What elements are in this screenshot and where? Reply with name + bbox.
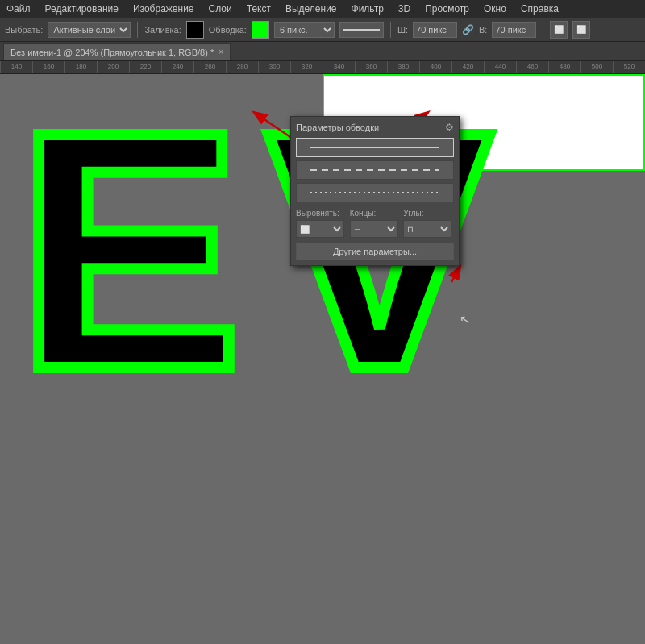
options-toolbar: Выбрать: Активные слои Заливка: Обводка:… <box>0 18 645 42</box>
stroke-color-swatch[interactable] <box>252 21 269 39</box>
ends-label: Концы: <box>350 209 386 218</box>
ruler-mark: 320 <box>290 61 322 73</box>
tab-close-btn[interactable]: × <box>218 48 223 56</box>
document-tab[interactable]: Без имени-1 @ 204% (Прямоугольник 1, RGB… <box>3 43 231 60</box>
menu-help[interactable]: Справка <box>518 2 562 16</box>
select-label: Выбрать: <box>5 25 43 35</box>
stroke-params-popup: Параметры обводки ⚙ Выровнять: ⬜ <box>290 116 460 266</box>
corners-group: Углы: ⊓ <box>403 209 454 238</box>
dotted-line-preview <box>310 192 439 193</box>
ruler: 140 160 180 200 220 240 260 280 300 320 … <box>0 61 645 74</box>
distribute-btn[interactable]: ⬜ <box>572 21 590 39</box>
menu-file[interactable]: Файл <box>3 2 34 16</box>
fill-label: Заливка: <box>144 25 181 35</box>
ruler-mark: 500 <box>580 61 613 73</box>
ruler-mark: 160 <box>32 61 64 73</box>
ruler-mark: 360 <box>355 61 387 73</box>
divider-3 <box>543 22 543 38</box>
stroke-dotted-option[interactable] <box>296 183 454 202</box>
app-window: Файл Редактирование Изображение Слои Тек… <box>0 0 645 644</box>
ruler-mark: 220 <box>129 61 161 73</box>
divider-2 <box>390 22 391 38</box>
layers-select[interactable]: Активные слои <box>48 22 131 38</box>
stroke-size-select[interactable]: 6 пикс. <box>274 22 335 38</box>
ruler-mark: 280 <box>226 61 258 73</box>
menu-view[interactable]: Просмотр <box>422 2 472 16</box>
stroke-solid-option[interactable] <box>296 138 454 157</box>
stroke-label: Обводка: <box>209 25 247 35</box>
ruler-mark: 260 <box>194 61 226 73</box>
stroke-options-row: Выровнять: ⬜ Концы: ⊣ Углы: ⊓ <box>296 209 454 238</box>
height-input[interactable] <box>492 22 536 38</box>
align-label: Выровнять: <box>296 209 339 218</box>
align-group: Выровнять: ⬜ <box>296 209 347 238</box>
other-params-btn[interactable]: Другие параметры... <box>296 243 454 260</box>
ruler-mark: 520 <box>613 61 645 73</box>
letter-e: E <box>16 98 242 403</box>
menu-text[interactable]: Текст <box>243 2 274 16</box>
popup-title: Параметры обводки <box>296 123 379 132</box>
solid-line-preview <box>310 147 439 148</box>
popup-gear-icon[interactable]: ⚙ <box>445 122 454 133</box>
ruler-mark: 400 <box>419 61 452 73</box>
corners-label: Углы: <box>403 209 439 218</box>
divider-1 <box>137 22 138 38</box>
fill-color-swatch[interactable] <box>186 21 204 39</box>
ruler-mark: 420 <box>452 61 484 73</box>
corners-select[interactable]: ⊓ <box>403 220 452 238</box>
menu-edit[interactable]: Редактирование <box>42 2 122 16</box>
menu-window[interactable]: Окно <box>481 2 510 16</box>
ruler-mark: 460 <box>516 61 548 73</box>
menu-filter[interactable]: Фильтр <box>348 2 387 16</box>
ends-select[interactable]: ⊣ <box>350 220 398 238</box>
align-select[interactable]: ⬜ <box>296 220 344 238</box>
menu-bar: Файл Редактирование Изображение Слои Тек… <box>0 0 645 18</box>
width-input[interactable] <box>413 22 457 38</box>
tab-bar: Без имени-1 @ 204% (Прямоугольник 1, RGB… <box>0 42 645 61</box>
tab-title: Без имени-1 @ 204% (Прямоугольник 1, RGB… <box>10 48 214 57</box>
ruler-mark: 200 <box>97 61 129 73</box>
menu-selection[interactable]: Выделение <box>282 2 340 16</box>
ruler-mark: 180 <box>64 61 97 73</box>
ruler-mark: 340 <box>322 61 355 73</box>
ruler-mark: 440 <box>484 61 516 73</box>
ruler-mark: 300 <box>258 61 290 73</box>
chain-icon: 🔗 <box>462 24 474 35</box>
ruler-marks: 140 160 180 200 220 240 260 280 300 320 … <box>0 61 645 73</box>
popup-header: Параметры обводки ⚙ <box>296 122 454 133</box>
menu-layers[interactable]: Слои <box>206 2 235 16</box>
ruler-mark: 480 <box>548 61 580 73</box>
menu-image[interactable]: Изображение <box>130 2 198 16</box>
stroke-dashed-option[interactable] <box>296 160 454 180</box>
menu-3d[interactable]: 3D <box>395 2 414 16</box>
stroke-style-preview[interactable] <box>339 22 384 38</box>
width-label: Ш: <box>397 25 408 35</box>
ruler-mark: 380 <box>387 61 419 73</box>
height-label: В: <box>479 25 487 35</box>
ruler-mark: 140 <box>0 61 32 73</box>
align-btn[interactable]: ⬜ <box>550 21 568 39</box>
canvas-area: E V Параметры обводки ⚙ <box>0 74 645 644</box>
ruler-mark: 240 <box>161 61 194 73</box>
dashed-line-preview <box>310 169 439 171</box>
ends-group: Концы: ⊣ <box>350 209 401 238</box>
